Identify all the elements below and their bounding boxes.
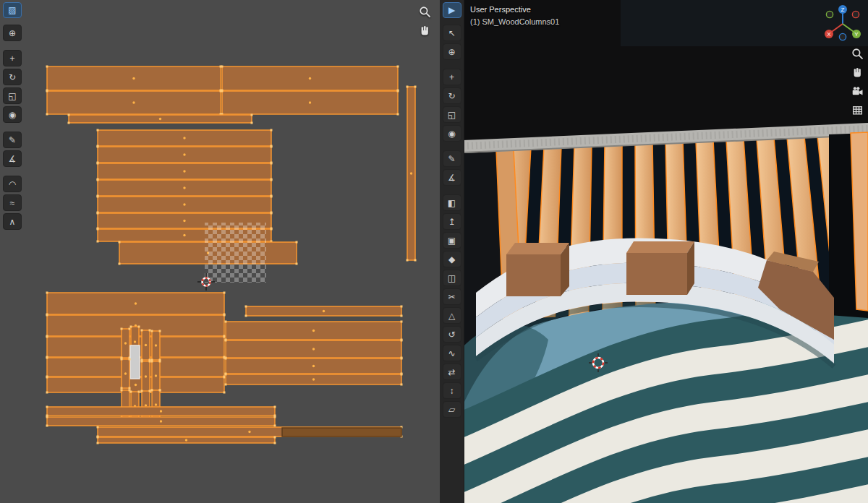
rotate-tool-button[interactable]: ↻: [3, 69, 22, 85]
uv-vertex: [159, 390, 161, 392]
cursor-tool-button[interactable]: ⊕: [443, 43, 461, 60]
spin-tool-button[interactable]: ↺: [443, 326, 461, 343]
viewport-3d-canvas[interactable]: [440, 0, 868, 503]
uv-vertex: [225, 358, 227, 360]
uv-vertex: [271, 146, 273, 148]
svg-text:Y: Y: [854, 31, 859, 38]
spin-icon: ↺: [448, 330, 455, 339]
transform-tool-button[interactable]: ◉: [443, 125, 461, 142]
annotate-tool-button[interactable]: ✎: [3, 132, 22, 148]
uv-face-center: [309, 77, 311, 79]
axis-x[interactable]: X: [825, 30, 833, 38]
uv-face-center: [124, 372, 127, 374]
measure-tool-button[interactable]: ∡: [3, 150, 22, 167]
scale-tool-button[interactable]: ◱: [443, 106, 461, 123]
relax-tool-button[interactable]: ≈: [3, 194, 22, 211]
uv-vertex: [296, 263, 298, 265]
uv-vertex: [224, 377, 226, 379]
uv-vertex: [97, 179, 99, 181]
transform-tool-button[interactable]: ◉: [3, 106, 22, 123]
zoom-icon[interactable]: [419, 6, 431, 18]
camera-view-icon[interactable]: [851, 85, 864, 98]
annotate-tool-button[interactable]: ✎: [443, 150, 461, 167]
uv-editor-canvas[interactable]: [0, 0, 440, 503]
bevel-tool-button[interactable]: ◆: [443, 251, 461, 267]
scale-icon: ◱: [8, 92, 16, 100]
add-cube-tool-button[interactable]: ◧: [443, 194, 461, 211]
loop-cut-tool-button[interactable]: ◫: [443, 270, 461, 286]
uv-editor-toolbar: ▨ ⊕+↻◱◉✎∡◠≈∧: [0, 0, 25, 232]
extrude-tool-button[interactable]: ↥: [443, 213, 461, 230]
cursor-tool-button[interactable]: ⊕: [3, 25, 22, 41]
bench-cube-left[interactable]: [506, 243, 569, 296]
uv-face-center: [160, 420, 162, 422]
axis-neg-z[interactable]: [839, 33, 846, 40]
zoom-icon[interactable]: [851, 48, 864, 60]
uv-vertex: [138, 326, 140, 328]
pan-hand-icon[interactable]: [419, 25, 431, 37]
uv-face-center: [134, 340, 136, 343]
inset-faces-tool-button[interactable]: ▣: [443, 232, 461, 249]
rotate-icon: ↻: [448, 92, 455, 100]
grid-overlay-icon[interactable]: [851, 104, 864, 116]
uv-face-center: [183, 153, 185, 155]
uv-vertex: [407, 86, 409, 88]
uv-island[interactable]: [282, 428, 401, 437]
poly-build-tool-button[interactable]: △: [443, 307, 461, 324]
move-tool-button[interactable]: +: [3, 50, 22, 66]
smooth-tool-button[interactable]: ∿: [443, 345, 461, 361]
uv-vertex: [251, 114, 253, 116]
uv-face-center: [183, 203, 185, 205]
transform-icon: ◉: [9, 111, 16, 119]
uv-face-center: [312, 348, 315, 350]
uv-vertex: [225, 340, 227, 342]
uv-vertex: [225, 384, 227, 386]
view-perspective-label: User Perspective: [470, 4, 559, 16]
cursor-icon: ⊕: [9, 29, 16, 38]
uv-vertex: [271, 129, 273, 132]
tweak-select-tool-button[interactable]: ↖: [443, 25, 461, 41]
move-tool-button[interactable]: +: [443, 69, 461, 85]
uv-vertex: [149, 330, 151, 332]
uv-vertex: [151, 330, 153, 332]
grab-tool-button[interactable]: ◠: [3, 176, 22, 192]
axis-neg-x[interactable]: [852, 11, 859, 17]
rotate-tool-button[interactable]: ↻: [443, 87, 461, 104]
pan-hand-icon[interactable]: [851, 66, 864, 79]
axis-neg-y[interactable]: [826, 11, 833, 17]
editor-type-uv-editor-button[interactable]: ▨: [3, 2, 22, 18]
uv-vertex: [159, 361, 161, 363]
uv-vertex: [46, 377, 48, 379]
shear-tool-button[interactable]: ▱: [443, 401, 461, 418]
uv-vertex: [141, 390, 143, 392]
uv-vertex: [414, 86, 417, 88]
uv-vertex: [224, 392, 226, 394]
uv-vertex: [130, 391, 132, 393]
shrink-fatten-tool-button[interactable]: ↕: [443, 382, 461, 399]
tweak-select-icon: ↖: [448, 29, 455, 38]
editor-type-3d-viewport-button[interactable]: ▶: [443, 2, 461, 18]
uv-vertex: [130, 326, 132, 328]
uv-vertex: [97, 129, 99, 132]
active-object-label: (1) SM_WoodColumns01: [470, 16, 559, 28]
axis-y[interactable]: Y: [852, 30, 861, 38]
pinch-tool-button[interactable]: ∧: [3, 213, 22, 230]
uv-face-center: [312, 330, 315, 332]
shear-icon: ▱: [448, 405, 455, 414]
uv-vertex: [271, 196, 273, 198]
edge-slide-tool-button[interactable]: ⇄: [443, 364, 461, 380]
uv-vertex: [121, 358, 123, 361]
axis-z[interactable]: Z: [838, 5, 847, 14]
measure-tool-button[interactable]: ∡: [443, 169, 461, 186]
uv-vertex: [97, 437, 99, 439]
knife-tool-button[interactable]: ✂: [443, 288, 461, 305]
uv-vertex: [46, 113, 48, 116]
uv-vertex: [225, 374, 227, 376]
uv-vertex: [129, 387, 131, 390]
uv-island[interactable]: [130, 345, 140, 379]
uv-vertex: [245, 315, 247, 317]
scale-tool-button[interactable]: ◱: [3, 87, 22, 104]
bench-cube-right[interactable]: [626, 241, 694, 295]
uv-vertex: [129, 328, 131, 330]
navigation-gizmo[interactable]: Z X Y: [820, 1, 865, 46]
